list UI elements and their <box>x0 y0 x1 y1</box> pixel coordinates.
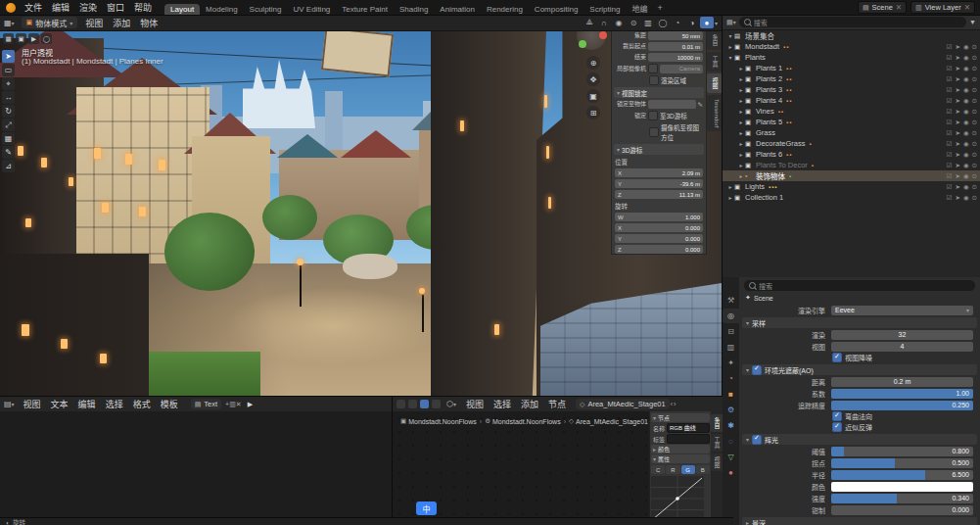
rgb-curve-widget[interactable] <box>651 476 704 521</box>
outliner-row[interactable]: ▸▣Lights▪▪▪☑➤◉⊙ <box>723 181 980 192</box>
cursor-y-field[interactable]: Y-39.6 m <box>615 179 703 188</box>
panel-header-ao[interactable]: ▾环境光遮蔽(AO) <box>742 364 977 375</box>
cursor-x-field[interactable]: X2.09 m <box>615 168 703 177</box>
editor-type-button[interactable]: ▤▾ <box>0 400 19 408</box>
shading-solid-icon[interactable]: ◔ <box>671 17 684 28</box>
proportional-edit-icon[interactable]: ◉ <box>612 17 626 28</box>
channel-B-button[interactable]: B <box>696 465 710 474</box>
outliner-row[interactable]: ▸▣Mondstadt▪▪☑➤◉⊙ <box>723 41 980 52</box>
node-sidebar-tab-视图[interactable]: 视图 <box>711 453 723 471</box>
disable-render-icon[interactable]: ⊙ <box>972 129 977 137</box>
corner-play-icon[interactable]: ▶ <box>28 33 39 44</box>
checkbox-toggle-icon[interactable]: ☑ <box>947 97 953 105</box>
outliner-row[interactable]: ▸▣Plants 3▪▪☑➤◉⊙ <box>723 84 980 95</box>
workspace-tab-Scripting[interactable]: Scripting <box>583 4 626 15</box>
expand-caret-icon[interactable]: ▸ <box>737 172 745 179</box>
panel-header-color[interactable]: ▸颜色 <box>651 445 710 453</box>
properties-tab-scene[interactable]: ✦ <box>723 356 739 370</box>
disable-render-icon[interactable]: ⊙ <box>972 172 977 180</box>
node-menu-视图[interactable]: 视图 <box>461 398 489 410</box>
cursor-rz-field[interactable]: Z0.000 <box>615 245 703 254</box>
disable-render-icon[interactable]: ⊙ <box>972 86 977 94</box>
ao-distance-field[interactable]: 0.2 m <box>831 377 973 387</box>
hide-viewport-icon[interactable]: ◉ <box>963 86 969 94</box>
hide-viewport-icon[interactable]: ◉ <box>963 194 969 202</box>
checkbox-toggle-icon[interactable]: ☑ <box>947 129 953 137</box>
rotate-tool-icon[interactable]: ↻ <box>2 105 15 118</box>
move-tool-icon[interactable]: ↔ <box>2 91 15 104</box>
shading-options-icon[interactable]: ▾ <box>715 20 718 26</box>
properties-tab-output[interactable]: ⊟ <box>723 324 739 339</box>
topbar-menu-编辑[interactable]: 编辑 <box>47 1 74 14</box>
disable-render-icon[interactable]: ⊙ <box>972 75 977 83</box>
cursor-rw-field[interactable]: W1.000 <box>615 213 703 221</box>
mode-select[interactable]: ▣ 物体模式 ▾ <box>22 17 78 28</box>
measure-tool-icon[interactable]: ⊿ <box>2 160 15 172</box>
outliner-row[interactable]: ▸▣Plants 5▪▪☑➤◉⊙ <box>723 117 980 127</box>
expand-caret-icon[interactable]: ▸ <box>737 75 745 82</box>
selectable-toggle-icon[interactable]: ➤ <box>955 97 959 105</box>
header-toggle-icon[interactable] <box>397 400 405 408</box>
hide-viewport-icon[interactable]: ◉ <box>963 119 969 126</box>
focal-length-field[interactable]: 50 mm <box>648 31 703 40</box>
outliner-row[interactable]: ▸▪装饰物体▪☑➤◉⊙ <box>723 170 980 181</box>
text-menu-编辑[interactable]: 编辑 <box>73 398 101 410</box>
properties-tab-particles[interactable]: ✱ <box>723 418 739 433</box>
expand-caret-icon[interactable]: ▸ <box>737 65 745 72</box>
bloom-slider-半径[interactable]: 6.500 <box>831 470 973 480</box>
hide-viewport-icon[interactable]: ◉ <box>963 162 969 169</box>
sidebar-tab-Tessendorf[interactable]: Tessendorf <box>707 95 722 131</box>
node-sidebar-tab-条目[interactable]: 条目 <box>711 414 723 432</box>
text-menu-格式[interactable]: 格式 <box>128 398 156 410</box>
hide-viewport-icon[interactable]: ◉ <box>963 65 969 72</box>
node-label-field[interactable] <box>667 434 710 444</box>
editor-type-button[interactable]: ▦▾ <box>0 19 19 27</box>
axis-x-dot[interactable] <box>599 31 607 39</box>
bloom-slider-阈值[interactable]: 0.800 <box>831 447 973 456</box>
expand-caret-icon[interactable]: ▸ <box>737 151 745 158</box>
bloom-checkbox[interactable] <box>752 435 762 445</box>
checkbox-toggle-icon[interactable]: ☑ <box>947 108 953 116</box>
properties-tab-data[interactable]: ▽ <box>723 450 739 464</box>
text-datablock-select[interactable]: ▤ Text <box>191 399 221 409</box>
header-toggle-icon[interactable] <box>432 400 441 408</box>
workspace-tab-Shading[interactable]: Shading <box>394 4 434 15</box>
selectable-toggle-icon[interactable]: ➤ <box>955 183 959 191</box>
cursor-z-field[interactable]: Z11.13 m <box>615 190 703 199</box>
view-layer-unlink-icon[interactable]: ✕ <box>964 3 970 12</box>
header-toggle-icon[interactable] <box>420 400 429 408</box>
panel-header-view-lock[interactable]: ▾视图锁定 <box>614 87 704 98</box>
text-menu-选择[interactable]: 选择 <box>101 398 128 410</box>
breadcrumb-label[interactable]: Scene <box>754 295 773 302</box>
overlays-toggle-icon[interactable]: ▥ <box>641 17 655 28</box>
selectable-toggle-icon[interactable]: ➤ <box>955 140 959 148</box>
viewport-menu-物体[interactable]: 物体 <box>135 17 163 29</box>
disable-render-icon[interactable]: ⊙ <box>972 140 977 148</box>
render-region-checkbox[interactable] <box>649 75 659 85</box>
properties-tab-world[interactable]: ◔ <box>723 371 739 386</box>
outliner-row[interactable]: ▸▣Plants 6▪▪☑➤◉⊙ <box>723 149 980 160</box>
workspace-tab-Sculpting[interactable]: Sculpting <box>244 4 288 15</box>
local-camera-field[interactable]: Camera <box>660 65 703 73</box>
expand-caret-icon[interactable]: ▸ <box>726 183 734 190</box>
outliner-row[interactable]: ▸▣Plants 4▪▪☑➤◉⊙ <box>723 95 980 106</box>
transform-tool-icon[interactable]: ▦ <box>2 132 15 145</box>
disable-render-icon[interactable]: ⊙ <box>972 194 977 202</box>
breadcrumb-item[interactable]: ⚙Mondstadt.NoonFlows <box>485 417 560 425</box>
hide-viewport-icon[interactable]: ◉ <box>963 183 969 191</box>
header-toggle-icon[interactable] <box>408 400 417 408</box>
text-menu-文本[interactable]: 文本 <box>46 398 73 410</box>
sidebar-tab-条目[interactable]: 条目 <box>707 30 722 50</box>
gizmo-toggle-icon[interactable]: ⊙ <box>627 17 640 28</box>
checkbox-toggle-icon[interactable]: ☑ <box>947 140 953 148</box>
workspace-tab-Modeling[interactable]: Modeling <box>200 4 243 15</box>
selectable-toggle-icon[interactable]: ➤ <box>955 172 959 180</box>
outliner-row[interactable]: ▸▣Plants To Decor▪☑➤◉⊙ <box>723 160 980 170</box>
lock-object-field[interactable] <box>648 100 696 109</box>
expand-caret-icon[interactable]: ▸ <box>737 119 745 125</box>
checkbox-toggle-icon[interactable]: ☑ <box>947 43 953 51</box>
checkbox-toggle-icon[interactable]: ☑ <box>947 183 953 191</box>
outliner-row[interactable]: ▸▣Plants 1▪▪☑➤◉⊙ <box>723 63 980 73</box>
outliner-row[interactable]: ▸▣Collection 1☑➤◉⊙ <box>723 192 980 203</box>
filter-icon[interactable]: ▼ <box>969 19 976 25</box>
